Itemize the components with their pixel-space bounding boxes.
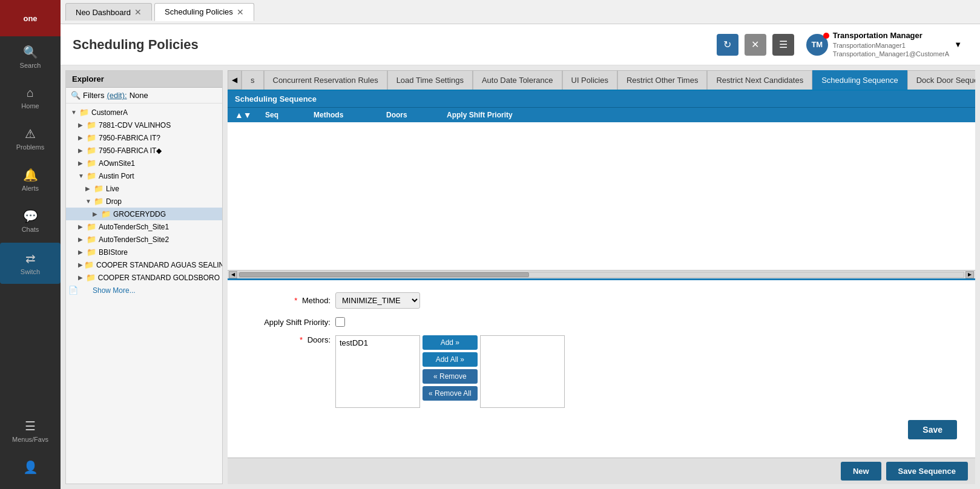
explorer-header: Explorer [66,71,222,88]
header-actions: ↻ ✕ ☰ TM Transportation Manager Transpor… [717,28,968,61]
alerts-icon: 🔔 [23,168,38,182]
user-info: Transportation Manager TransportationMan… [833,31,949,58]
tree-item-customerA[interactable]: ▼ 📁 CustomerA [66,106,222,119]
tab-scheduling-policies-close[interactable]: ✕ [237,7,244,17]
tab-neo-dashboard[interactable]: Neo Dashboard ✕ [65,3,152,21]
tree-item-cooper-goldsboro[interactable]: ▶ 📁 COOPER STANDARD GOLDSBORO [66,271,222,284]
sidebar-item-alerts[interactable]: 🔔 Alerts [0,159,61,200]
chats-icon: 💬 [23,209,38,223]
notification-dot [823,33,829,39]
refresh-button[interactable]: ↻ [717,34,738,56]
tree-item-drop[interactable]: ▼ 📁 Drop [66,195,222,208]
filter-search-icon: 🔍 [71,91,81,100]
scroll-left-arrow[interactable]: ◀ [229,271,237,278]
close-button[interactable]: ✕ [745,34,766,56]
method-select[interactable]: MINIMIZE_TIME MAXIMIZE_UTILIZATION FIFO … [335,292,420,309]
apply-shift-checkbox[interactable] [335,317,345,327]
avatar: TM [806,34,828,56]
remove-all-button[interactable]: « Remove All [423,386,478,401]
sequence-rows [228,122,975,270]
tree-item-aownsite1[interactable]: ▶ 📁 AOwnSite1 [66,157,222,169]
add-all-button[interactable]: Add All » [423,352,478,367]
save-button[interactable]: Save [908,420,957,439]
expand-icon: ▼ [71,109,78,116]
method-row: * Method: MINIMIZE_TIME MAXIMIZE_UTILIZA… [246,292,957,309]
explorer-filters: 🔍 Filters (edit): None [66,88,222,103]
tab-s[interactable]: s [242,70,264,90]
tab-scheduling-sequence[interactable]: Scheduling Sequence [812,70,907,90]
sidebar-item-chats[interactable]: 💬 Chats [0,200,61,241]
content-area: Explorer 🔍 Filters (edit): None ▼ 📁 Cust… [61,65,980,489]
content-tabs-row: ◀ s Concurrent Reservation Rules Load Ti… [228,70,975,91]
tree-item-show-more[interactable]: 📄 Show More... [66,284,222,297]
doors-list-right[interactable] [480,335,565,408]
tab-content: Scheduling Sequence ▲▼ Seq Methods Doors… [228,91,975,458]
apply-shift-label: Apply Shift Priority: [246,318,331,327]
tab-ui-policies[interactable]: UI Policies [562,70,617,90]
search-icon: 🔍 [23,45,38,59]
scroll-track[interactable] [238,272,964,278]
tree-item-7950-1[interactable]: ▶ 📁 7950-FABRICA IT? [66,131,222,144]
filter-edit-link[interactable]: (edit): [107,91,127,100]
tab-scheduling-policies[interactable]: Scheduling Policies ✕ [154,3,254,21]
save-sequence-button[interactable]: Save Sequence [886,462,968,481]
doors-row: * Doors: testDD1 Add » Add All » « Remov… [246,335,957,408]
tab-bar: Neo Dashboard ✕ Scheduling Policies ✕ [61,0,980,24]
tree-item-live[interactable]: ▶ 📁 Live [66,182,222,195]
doors-buttons: Add » Add All » « Remove « Remove All [423,335,478,401]
tree-item-7881[interactable]: ▶ 📁 7881-CDV VALINHOS [66,119,222,131]
col-apply-shift: Apply Shift Priority [447,111,525,119]
sidebar-item-problems[interactable]: ⚠ Problems [0,118,61,159]
app-logo: one [0,0,61,36]
explorer-tree: ▼ 📁 CustomerA ▶ 📁 7881-CDV VALINHOS ▶ [66,103,222,484]
tab-nav-left[interactable]: ◀ [228,70,242,90]
tree-item-autotender2[interactable]: ▶ 📁 AutoTenderSch_Site2 [66,233,222,246]
menus-icon: ☰ [25,419,36,433]
scroll-thumb [239,272,529,277]
menu-button[interactable]: ☰ [772,34,794,56]
method-label: * Method: [246,296,331,305]
sidebar-item-menus[interactable]: ☰ Menus/Favs [0,410,61,451]
col-doors: Doors [386,111,435,119]
required-star: * [294,296,297,305]
tree-item-7950-2[interactable]: ▶ 📁 7950-FABRICA IT◆ [66,144,222,157]
page-header: Scheduling Policies ↻ ✕ ☰ TM Transportat… [61,24,980,65]
main-area: Neo Dashboard ✕ Scheduling Policies ✕ Sc… [61,0,980,489]
col-methods: Methods [314,111,374,119]
page-title: Scheduling Policies [73,37,717,53]
scheduling-sequence-header: Scheduling Sequence [228,91,975,107]
add-button[interactable]: Add » [423,335,478,350]
explorer-panel: Explorer 🔍 Filters (edit): None ▼ 📁 Cust… [65,70,223,484]
dropdown-icon[interactable]: ▼ [954,40,962,49]
switch-icon: ⇄ [25,251,36,266]
user-badge[interactable]: TM Transportation Manager Transportation… [800,28,968,61]
sidebar-item-switch[interactable]: ⇄ Switch [0,243,61,284]
tree-item-bbistore[interactable]: ▶ 📁 BBIStore [66,246,222,258]
doors-list-left[interactable]: testDD1 [335,335,420,408]
tab-neo-dashboard-close[interactable]: ✕ [134,7,142,17]
tab-dock-door[interactable]: Dock Door Seque... [907,70,975,90]
sidebar-item-profile[interactable]: 👤 [0,451,61,483]
sidebar-item-home[interactable]: ⌂ Home [0,77,61,118]
tab-restrict-next[interactable]: Restrict Next Candidates [707,70,812,90]
tree-item-austin-port[interactable]: ▼ 📁 Austin Port [66,169,222,182]
doors-list-item[interactable]: testDD1 [337,337,418,349]
sort-arrows[interactable]: ▲▼ [235,110,253,120]
scroll-right-arrow[interactable]: ▶ [965,271,974,278]
problems-icon: ⚠ [25,126,36,141]
form-save-row: Save [246,420,957,445]
tree-item-autotender1[interactable]: ▶ 📁 AutoTenderSch_Site1 [66,220,222,233]
remove-button[interactable]: « Remove [423,369,478,384]
horizontal-scrollbar[interactable]: ◀ ▶ [228,270,975,278]
tab-concurrent[interactable]: Concurrent Reservation Rules [264,70,387,90]
folder-icon: 📁 [79,108,89,117]
tab-load-time[interactable]: Load Time Settings [387,70,473,90]
sidebar-item-search[interactable]: 🔍 Search [0,36,61,77]
tree-item-cooper-aguas[interactable]: ▶ 📁 COOPER STANDARD AGUAS SEALING (S... [66,258,222,271]
tree-item-groceryddg[interactable]: ▶ 📁 GROCERYDDG [66,208,222,220]
tab-restrict-other[interactable]: Restrict Other Times [617,70,707,90]
doors-label: * Doors: [246,335,331,344]
new-button[interactable]: New [841,462,881,481]
col-seq: Seq [265,111,301,119]
tab-auto-date[interactable]: Auto Date Tolerance [473,70,562,90]
